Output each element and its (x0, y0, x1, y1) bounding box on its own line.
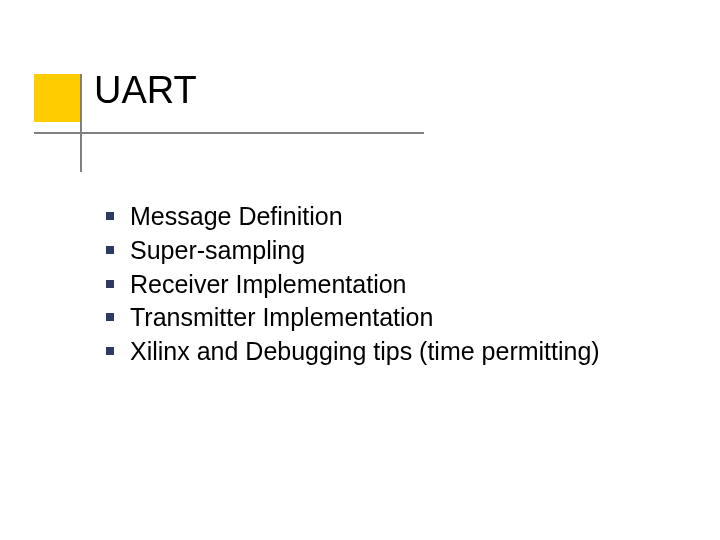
content-area: Message Definition Super-sampling Receiv… (100, 200, 660, 369)
list-item: Xilinx and Debugging tips (time permitti… (100, 335, 660, 369)
list-item-text: Xilinx and Debugging tips (time permitti… (130, 337, 600, 365)
bullet-list: Message Definition Super-sampling Receiv… (100, 200, 660, 369)
list-item: Receiver Implementation (100, 268, 660, 302)
slide: UART Message Definition Super-sampling R… (0, 0, 720, 540)
list-item: Super-sampling (100, 234, 660, 268)
title-vertical-rule (80, 74, 82, 172)
title-underline (34, 132, 424, 134)
list-item-text: Receiver Implementation (130, 270, 407, 298)
list-item-text: Transmitter Implementation (130, 303, 433, 331)
list-item: Transmitter Implementation (100, 301, 660, 335)
title-accent-box (34, 74, 82, 122)
slide-title: UART (94, 70, 197, 112)
list-item-text: Super-sampling (130, 236, 305, 264)
list-item-text: Message Definition (130, 202, 343, 230)
list-item: Message Definition (100, 200, 660, 234)
